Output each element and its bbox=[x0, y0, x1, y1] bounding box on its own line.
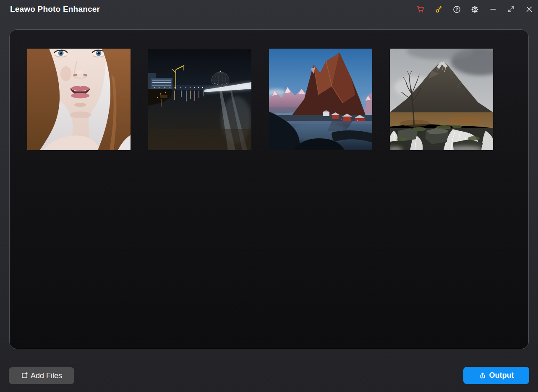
photo-image-fjord-mountain bbox=[269, 49, 372, 150]
photo-thumbnail-night-harbor[interactable] bbox=[148, 49, 251, 150]
close-button[interactable] bbox=[520, 1, 538, 18]
titlebar: Leawo Photo Enhancer bbox=[0, 0, 538, 18]
photo-image-night-harbor bbox=[148, 49, 251, 150]
minimize-icon bbox=[489, 5, 497, 13]
question-circle-icon: ? bbox=[452, 5, 461, 14]
minimize-button[interactable] bbox=[484, 1, 502, 18]
maximize-icon bbox=[507, 5, 515, 13]
photo-thumbnail-portrait[interactable] bbox=[27, 49, 131, 150]
output-label: Output bbox=[489, 371, 514, 380]
help-button[interactable]: ? bbox=[448, 1, 466, 18]
settings-button[interactable] bbox=[466, 1, 484, 18]
add-files-label: Add Files bbox=[31, 371, 62, 380]
maximize-button[interactable] bbox=[502, 1, 520, 18]
thumbnail-grid bbox=[27, 49, 493, 150]
output-icon bbox=[479, 372, 486, 379]
photo-image-highland-waterfall bbox=[390, 49, 493, 150]
add-files-button[interactable]: Add Files bbox=[9, 367, 74, 384]
close-icon bbox=[525, 5, 533, 13]
key-icon bbox=[434, 5, 443, 14]
photo-thumbnail-fjord-mountain[interactable] bbox=[269, 49, 372, 150]
svg-text:?: ? bbox=[455, 7, 458, 12]
register-button[interactable] bbox=[430, 1, 448, 18]
titlebar-actions: ? bbox=[412, 1, 538, 18]
shopping-cart-icon bbox=[416, 5, 425, 14]
store-button[interactable] bbox=[412, 1, 430, 18]
gear-icon bbox=[470, 5, 479, 14]
photo-list-panel bbox=[9, 29, 529, 349]
app-title: Leawo Photo Enhancer bbox=[10, 5, 100, 14]
output-button[interactable]: Output bbox=[463, 367, 529, 384]
add-files-icon bbox=[21, 372, 29, 379]
photo-image-portrait bbox=[27, 49, 131, 150]
photo-thumbnail-highland-waterfall[interactable] bbox=[390, 49, 493, 150]
